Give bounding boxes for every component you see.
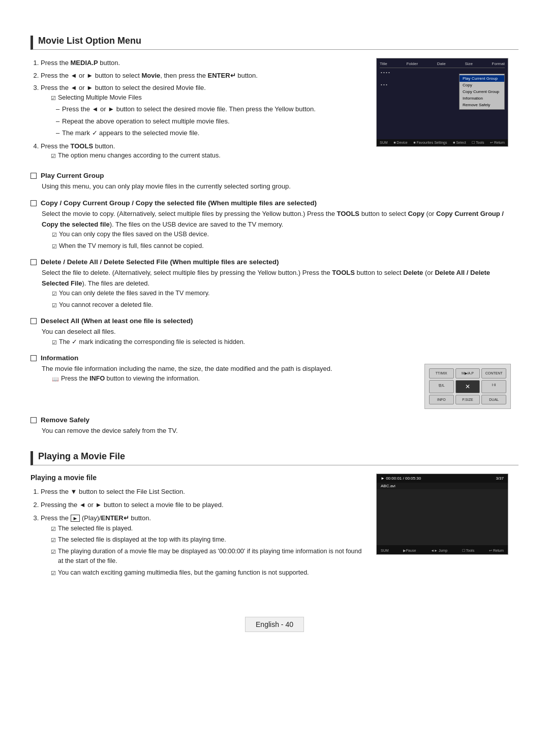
- playing-side: ► 00:00:01 / 00:05:30 3/37 ABC.avi SUM ▶…: [376, 474, 518, 581]
- copy-note2-text: When the TV memory is full, files cannot…: [59, 241, 204, 251]
- btn-content: CONTENT: [481, 368, 506, 379]
- menu-copy-group: Copy Current Group: [460, 88, 504, 95]
- play-note1: ☑ The selected file is played.: [51, 524, 366, 533]
- step3-note-text: Selecting Multiple Movie Files: [58, 93, 142, 103]
- play-icon-indicator: ► 00:00:01 / 00:05:30: [381, 476, 421, 481]
- playing-subtitle: Playing a movie file: [30, 474, 366, 482]
- screen-col-size: Size: [465, 61, 473, 66]
- subsection-remove: Remove Safely You can remove the device …: [30, 416, 518, 436]
- page-number-badge: English - 40: [245, 617, 304, 632]
- subsection-copy: Copy / Copy Current Group / Copy the sel…: [30, 199, 518, 251]
- delete-label: Delete / Delete All / Delete Selected Fi…: [41, 258, 279, 266]
- btn-bkl: 묶/L: [429, 380, 454, 393]
- info-note: 📖 Press the INFO button to viewing the i…: [52, 374, 407, 384]
- deselect-body: You can deselect all files. ☑ The ✓ mark…: [42, 327, 518, 347]
- checkbox-icon5: [30, 355, 37, 361]
- delete-note2-text: You cannot recover a deleted file.: [59, 300, 153, 310]
- screen-header: Title Folder Date Size Format: [380, 61, 505, 68]
- section2: Playing a Movie File Playing a movie fil…: [30, 451, 518, 581]
- play-track-count: 3/37: [496, 476, 504, 481]
- delete-note-icon1: ☑: [52, 290, 57, 298]
- deselect-label: Deselect All (When at least one file is …: [41, 317, 193, 325]
- remove-label: Remove Safely: [41, 416, 89, 424]
- play-note2: ☑ The selected file is displayed at the …: [51, 535, 366, 545]
- pf-jump: ◄► Jump: [431, 549, 447, 553]
- remote-area: TT/MIX M▶/A.P CONTENT 묶/L ✕ I·II INFO P.…: [417, 364, 518, 409]
- page-footer: English - 40: [30, 602, 518, 632]
- play-note1-text: The selected file is played.: [58, 524, 133, 533]
- remote-grid: TT/MIX M▶/A.P CONTENT 묶/L ✕ I·II INFO P.…: [429, 368, 506, 404]
- deselect-note-icon: ☑: [52, 338, 57, 347]
- play-note3: ☑ The playing duration of a movie file m…: [51, 547, 366, 566]
- menu-play: Play Current Group: [460, 75, 504, 82]
- play-note-icon4: ☑: [51, 569, 56, 578]
- play-step1: Press the ▼ button to select the File Li…: [41, 487, 366, 497]
- subnote3: The mark ✓ appears to the selected movie…: [56, 128, 366, 138]
- footer-tools: ☐ Tools: [472, 141, 484, 145]
- subsection-info: Information The movie file information i…: [30, 354, 518, 409]
- checkbox-icon4: [30, 318, 37, 324]
- step3-note: ☑ Selecting Multiple Movie Files: [51, 93, 366, 103]
- step4-note-text: The option menu changes according to the…: [58, 151, 221, 161]
- context-menu: Play Current Group Copy Copy Current Gro…: [459, 74, 505, 110]
- playing-section: Playing a movie file Press the ▼ button …: [30, 474, 518, 581]
- copy-label: Copy / Copy Current Group / Copy the sel…: [41, 199, 317, 207]
- delete-note1: ☑ You can only delete the files saved in…: [52, 289, 518, 298]
- pf-return: ↩ Return: [489, 549, 504, 553]
- play-icon: ►: [71, 515, 80, 522]
- step1-key: MEDIA.P: [71, 59, 98, 67]
- checkbox-icon2: [30, 200, 37, 206]
- delete-note-icon2: ☑: [52, 301, 57, 310]
- deselect-note-text: The ✓ mark indicating the corresponding …: [59, 337, 245, 347]
- footer-fav: ■ Favourites Settings: [413, 141, 447, 145]
- info-body: The movie file information including the…: [42, 364, 407, 409]
- delete-title: Delete / Delete All / Delete Selected Fi…: [30, 258, 518, 266]
- play-note4-text: You can watch exciting gaming multimedia…: [58, 568, 309, 578]
- btn-psize: P.SIZE: [455, 395, 480, 404]
- section1-main: Press the MEDIA.P button. Press the ◄ or…: [30, 58, 366, 165]
- play-note-icon1: ☑: [51, 525, 56, 533]
- step3: Press the ◄ or ► button to select the de…: [41, 83, 366, 138]
- pf-tools: ☐ Tools: [462, 549, 474, 553]
- screen-col-date: Date: [437, 61, 446, 66]
- play-note2-text: The selected file is displayed at the to…: [58, 535, 226, 545]
- subsection-delete: Delete / Delete All / Delete Selected Fi…: [30, 258, 518, 310]
- play-current-label: Play Current Group: [41, 172, 104, 179]
- info-content-area: The movie file information including the…: [30, 364, 518, 409]
- screen-display: Title Folder Date Size Format • • • • • …: [376, 58, 508, 147]
- delete-note2: ☑ You cannot recover a deleted file.: [52, 300, 518, 310]
- step1: Press the MEDIA.P button.: [41, 58, 366, 68]
- menu-copy: Copy: [460, 82, 504, 88]
- screen-col-folder: Folder: [406, 61, 418, 66]
- btn-dual: DUAL: [481, 395, 506, 404]
- deselect-title: Deselect All (When at least one file is …: [30, 317, 518, 325]
- menu-remove: Remove Safely: [460, 102, 504, 108]
- btn-x: ✕: [455, 380, 480, 393]
- play-current-title: Play Current Group: [30, 172, 518, 179]
- screen-col-format: Format: [492, 61, 505, 66]
- subnote1: Press the ◄ or ► button to select the de…: [56, 104, 366, 114]
- btn-info: INFO: [429, 395, 454, 404]
- footer-return: ↩ Return: [490, 141, 505, 145]
- info-label: Information: [41, 354, 78, 362]
- footer-sum: SUM: [380, 141, 388, 145]
- play-note-icon2: ☑: [51, 536, 56, 545]
- playing-main: Playing a movie file Press the ▼ button …: [30, 474, 366, 581]
- subnote2: Repeat the above operation to select mul…: [56, 116, 366, 127]
- step2-movie: Movie: [141, 72, 160, 79]
- note-icon2: ☑: [51, 152, 56, 161]
- btn-map: M▶/A.P: [455, 368, 480, 379]
- play-note4: ☑ You can watch exciting gaming multimed…: [51, 568, 366, 578]
- remote-mockup: TT/MIX M▶/A.P CONTENT 묶/L ✕ I·II INFO P.…: [424, 364, 511, 409]
- play-area: [377, 489, 508, 545]
- step4-note: ☑ The option menu changes according to t…: [51, 151, 366, 161]
- pf-sum: SUM: [381, 549, 389, 553]
- info-note-icon: 📖: [52, 375, 59, 384]
- play-step2: Pressing the ◄ or ► button to select a m…: [41, 500, 366, 511]
- copy-note1: ☑ You can only copy the files saved on t…: [52, 230, 518, 239]
- checkbox-icon3: [30, 259, 37, 265]
- btn-ttmix: TT/MIX: [429, 368, 454, 379]
- delete-body: Select the file to delete. (Alternativel…: [42, 268, 518, 310]
- checkbox-icon1: [30, 173, 37, 179]
- screen1-mockup: Title Folder Date Size Format • • • • • …: [376, 58, 518, 165]
